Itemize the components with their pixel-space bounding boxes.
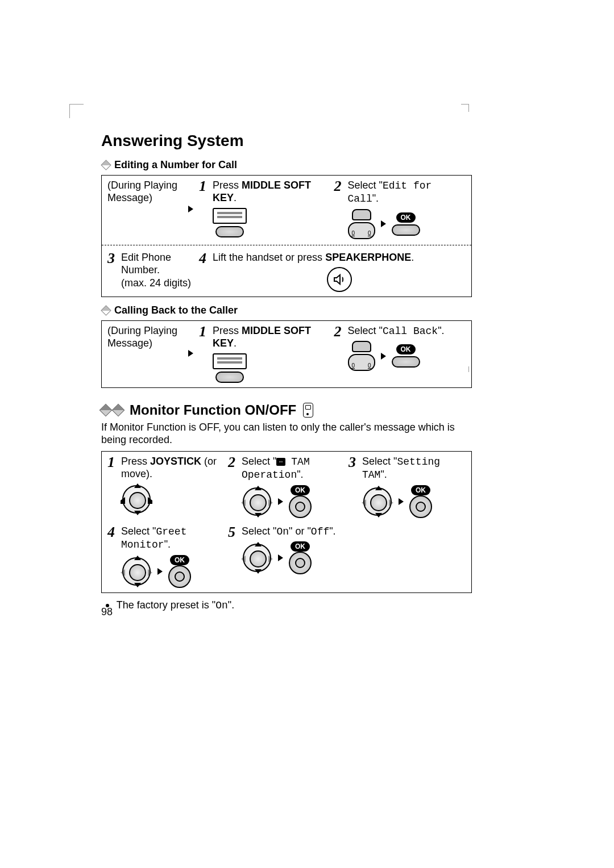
step-text: Select "Greet Monitor". xyxy=(121,525,225,552)
center-button-icon xyxy=(289,552,312,574)
step-text: Select "Call Back". xyxy=(348,324,466,338)
arrow-right-icon xyxy=(399,498,404,505)
t: ". xyxy=(438,325,444,336)
arrow-right-icon xyxy=(188,179,193,239)
step-number: 2 xyxy=(334,324,345,383)
step-text: Press JOYSTICK (or move). xyxy=(121,455,225,481)
middle-soft-key-icon xyxy=(213,208,247,237)
ok-label-icon: OK xyxy=(170,555,189,565)
step-text: Select "On" or "Off". xyxy=(242,525,345,539)
t: Select " xyxy=(362,456,397,467)
ok-label-icon: OK xyxy=(291,485,310,495)
t: ". xyxy=(228,599,234,611)
t: Press xyxy=(213,180,242,191)
ok-label-icon: OK xyxy=(411,485,430,495)
page-number: 98 xyxy=(101,606,113,619)
joystick-updown-icon xyxy=(121,556,152,587)
t: Press xyxy=(213,325,242,336)
step-number: 3 xyxy=(107,251,118,293)
step-number: 4 xyxy=(199,251,209,293)
t: ". xyxy=(372,193,379,204)
soft-key-icon xyxy=(392,224,420,236)
section-intro: If Monitor Function is OFF, you can list… xyxy=(101,421,472,446)
joystick-select-icon xyxy=(348,341,375,371)
diamond-icon xyxy=(101,160,111,170)
arrow-right-icon xyxy=(188,324,193,383)
subheading-text: Editing a Number for Call xyxy=(114,158,237,172)
box-call-back: (During Playing Message) 1 Press MIDDLE … xyxy=(101,320,472,388)
t: The factory preset is " xyxy=(117,599,215,611)
step-number: 5 xyxy=(228,525,238,588)
subheading-edit-call: Editing a Number for Call xyxy=(102,158,472,172)
joystick-updown-icon xyxy=(242,542,272,573)
crop-mark-icon xyxy=(455,366,469,372)
ok-label-icon: OK xyxy=(291,541,310,552)
joystick-all-icon xyxy=(121,484,152,515)
context-label: (During Playing Message) xyxy=(107,324,182,350)
joystick-updown-icon xyxy=(242,486,272,517)
center-button-icon xyxy=(409,495,432,518)
t: ". xyxy=(329,525,335,537)
step-number: 1 xyxy=(199,324,209,383)
step-number: 1 xyxy=(107,455,118,518)
page-title: Answering System xyxy=(101,131,472,151)
t: Select " xyxy=(348,325,383,336)
arrow-right-icon xyxy=(381,353,386,360)
note-factory-preset: The factory preset is "On". xyxy=(106,599,472,612)
diamond-icon xyxy=(101,305,111,315)
arrow-right-icon xyxy=(381,220,386,227)
step-text: Select "Edit for Call". xyxy=(348,179,466,206)
step-text: Edit Phone Number. xyxy=(121,251,196,277)
joystick-updown-icon xyxy=(362,486,393,517)
subheading-call-back: Calling Back to the Caller xyxy=(102,304,472,317)
arrow-right-icon xyxy=(157,568,163,575)
section-monitor: Monitor Function ON/OFF xyxy=(101,402,472,419)
t: On xyxy=(215,600,228,611)
step-number: 4 xyxy=(107,525,118,588)
ok-label-icon: OK xyxy=(396,344,416,354)
step-text: Press MIDDLE SOFT KEY. xyxy=(213,324,331,350)
t: ". xyxy=(297,469,303,480)
handset-icon xyxy=(303,403,313,418)
step-text: Lift the handset or press SPEAKERPHONE. xyxy=(213,251,466,264)
context-label: (During Playing Message) xyxy=(107,179,182,205)
arrow-right-icon xyxy=(278,554,283,561)
t: Select " xyxy=(348,180,383,191)
t: . xyxy=(234,337,237,349)
step-number: 3 xyxy=(349,455,359,518)
t: Lift the handset or press xyxy=(213,252,325,263)
box-edit-call: (During Playing Message) 1 Press MIDDLE … xyxy=(101,175,472,298)
crop-mark-icon xyxy=(69,104,84,118)
t: Select " xyxy=(242,525,276,537)
joystick-select-icon xyxy=(348,209,375,239)
step-number: 2 xyxy=(334,179,345,239)
subheading-text: Calling Back to the Caller xyxy=(114,304,238,317)
center-button-icon xyxy=(168,565,191,588)
middle-soft-key-icon xyxy=(213,353,247,383)
t: ". xyxy=(164,539,171,550)
t: Press xyxy=(121,456,150,467)
section-title: Monitor Function ON/OFF xyxy=(130,402,296,419)
t: JOYSTICK xyxy=(150,456,201,467)
t: Select " xyxy=(242,456,276,467)
diamond-icon xyxy=(99,403,113,416)
ok-label-icon: OK xyxy=(396,212,416,223)
center-button-icon xyxy=(289,495,312,518)
t: On xyxy=(276,526,289,537)
step-text: Select "Setting TAM". xyxy=(362,455,466,482)
soft-key-icon xyxy=(392,356,420,368)
t: . xyxy=(234,192,237,203)
arrow-right-icon xyxy=(278,498,283,505)
step-text: Press MIDDLE SOFT KEY. xyxy=(213,179,331,205)
t: " or " xyxy=(289,525,311,537)
t: SPEAKERPHONE xyxy=(325,252,411,263)
step-number: 2 xyxy=(228,455,238,518)
t: ". xyxy=(380,469,387,480)
divider-dashed xyxy=(102,245,471,245)
t: Call Back xyxy=(383,326,438,337)
diamond-icon xyxy=(112,403,125,416)
crop-mark-icon xyxy=(455,104,469,118)
step-number: 1 xyxy=(199,179,209,239)
t: . xyxy=(411,252,414,263)
t: Select " xyxy=(121,525,156,537)
